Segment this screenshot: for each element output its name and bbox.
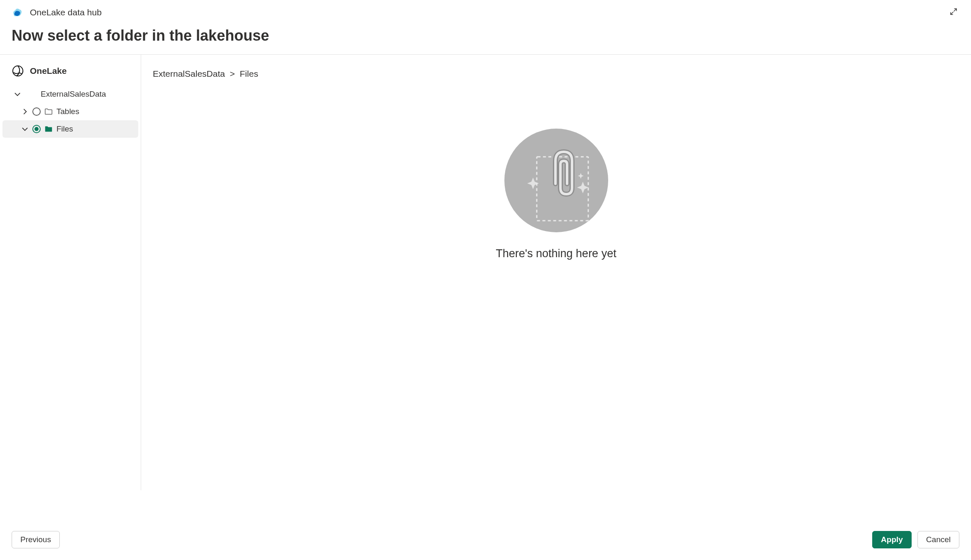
tree-item-label: Tables	[56, 107, 79, 116]
tree-item-label: ExternalSalesData	[41, 90, 106, 99]
empty-state-text: There's nothing here yet	[496, 247, 616, 260]
main-content-pane: ExternalSalesData > Files	[141, 55, 971, 490]
breadcrumb-separator: >	[230, 69, 235, 78]
chevron-down-icon[interactable]	[13, 90, 22, 98]
dialog-header: OneLake data hub	[0, 0, 971, 19]
breadcrumb-part[interactable]: ExternalSalesData	[153, 69, 225, 78]
page-title: Now select a folder in the lakehouse	[0, 19, 971, 54]
tree-item-files[interactable]: Files	[2, 120, 138, 138]
expand-diagonal-icon[interactable]	[948, 6, 959, 19]
breadcrumb-part: Files	[240, 69, 258, 78]
radio-selected[interactable]	[32, 125, 41, 133]
dialog-footer: Previous Apply Cancel	[12, 531, 959, 548]
folder-outline-icon	[44, 107, 53, 116]
onelake-icon	[12, 65, 24, 77]
tree-item-externalsalesdata[interactable]: ExternalSalesData	[0, 85, 141, 103]
apply-button[interactable]: Apply	[872, 531, 912, 548]
folder-tree-sidebar: OneLake ExternalSalesData Tables	[0, 55, 141, 490]
chevron-down-icon[interactable]	[21, 125, 29, 133]
empty-state-illustration	[504, 129, 608, 232]
content-region: OneLake ExternalSalesData Tables	[0, 55, 971, 490]
chevron-right-icon[interactable]	[21, 107, 29, 116]
header-title: OneLake data hub	[30, 7, 102, 17]
tree-item-label: Files	[56, 124, 73, 134]
header-left: OneLake data hub	[12, 7, 102, 18]
footer-right: Apply Cancel	[872, 531, 959, 548]
folder-filled-icon	[44, 124, 53, 134]
radio-unselected[interactable]	[32, 107, 41, 116]
previous-button[interactable]: Previous	[12, 531, 60, 548]
tree-root-label: OneLake	[30, 66, 67, 76]
empty-state: There's nothing here yet	[153, 129, 959, 260]
cancel-button[interactable]: Cancel	[917, 531, 959, 548]
breadcrumb: ExternalSalesData > Files	[153, 69, 959, 79]
onelake-logo-icon	[12, 7, 23, 18]
tree-item-tables[interactable]: Tables	[0, 103, 141, 120]
tree-root-onelake[interactable]: OneLake	[0, 62, 141, 80]
